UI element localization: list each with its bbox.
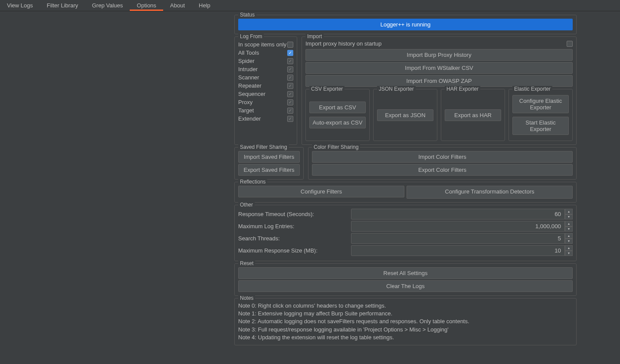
import-from-owasp-zap-button[interactable]: Import From OWASP ZAP [305,75,573,87]
configure-filters-button[interactable]: Configure Filters [238,186,404,197]
reflections-panel: Reflections Configure Filters Configure … [234,182,577,203]
notes-title: Notes [238,295,255,301]
spinner-up-icon[interactable]: ▲ [565,221,573,226]
color-filter-title: Color Filter Sharing [312,144,360,150]
other-input[interactable] [351,233,565,244]
auto-export-csv-button[interactable]: Auto-export as CSV [309,117,366,128]
spinner-down-icon[interactable]: ▼ [565,251,573,256]
spinner-up-icon[interactable]: ▲ [565,245,573,251]
status-text: Logger++ is running [238,19,573,30]
other-input[interactable] [351,221,565,232]
status-title: Status [238,12,256,18]
json-exporter-title: JSON Exporter [377,86,416,92]
saved-filter-title: Saved Filter Sharing [238,144,289,150]
tab-view-logs[interactable]: View Logs [0,0,40,11]
log-from-title: Log From [238,33,264,39]
export-as-har-button[interactable]: Export as HAR [445,109,501,121]
tool-checkbox-proxy[interactable] [287,99,293,105]
other-input[interactable] [351,245,565,256]
in-scope-checkbox[interactable] [287,42,293,48]
tool-checkbox-all-tools[interactable] [287,50,293,56]
configure-elastic-button[interactable]: Configure Elastic Exporter [512,95,569,113]
tab-filter-library[interactable]: Filter Library [40,0,85,11]
spinner-down-icon[interactable]: ▼ [565,214,573,220]
log-from-panel: Log From In scope items only All ToolsSp… [234,36,297,145]
tab-help[interactable]: Help [192,0,217,11]
tool-label-repeater: Repeater [238,82,261,89]
reflections-title: Reflections [238,179,267,185]
export-as-csv-button[interactable]: Export as CSV [309,102,366,113]
export-as-json-button[interactable]: Export as JSON [377,109,433,121]
spinner-down-icon[interactable]: ▼ [565,239,573,244]
tool-checkbox-intruder[interactable] [287,66,293,72]
csv-exporter-panel: CSV Exporter Export as CSV Auto-export a… [305,89,370,141]
json-exporter-panel: JSON Exporter Export as JSON [373,89,437,141]
note-line: Note 1: Extensive logging may affect Bur… [238,310,573,318]
tab-bar: View LogsFilter LibraryGrep ValuesOption… [0,0,620,11]
tool-checkbox-scanner[interactable] [287,75,293,81]
other-label: Maximum Log Entries: [238,223,351,230]
import-saved-filters-button[interactable]: Import Saved Filters [238,151,300,163]
note-line: Note 2: Automatic logging does not saveF… [238,318,573,325]
reset-title: Reset [238,260,255,266]
elastic-exporter-title: Elastic Exporter [512,86,552,92]
tab-about[interactable]: About [163,0,192,11]
spinner-up-icon[interactable]: ▲ [565,233,573,239]
tool-checkbox-extender[interactable] [287,116,293,122]
other-label: Maximum Response Size (MB): [238,247,351,254]
import-color-filters-button[interactable]: Import Color Filters [312,151,573,163]
har-exporter-panel: HAR Exporter Export as HAR [441,89,505,141]
note-line: Note 0: Right click on columns' headers … [238,302,573,310]
tab-options[interactable]: Options [130,0,163,11]
tool-label-proxy: Proxy [238,99,253,105]
tool-label-target: Target [238,107,254,114]
csv-exporter-title: CSV Exporter [309,86,344,92]
tool-label-intruder: Intruder [238,66,258,72]
import-panel: Import Import proxy history on startup I… [302,36,577,145]
tool-checkbox-sequencer[interactable] [287,91,293,97]
clear-logs-button[interactable]: Clear The Logs [238,280,573,292]
other-panel: Other Response Timeout (Seconds):▲▼Maxim… [234,205,577,261]
other-input[interactable] [351,209,565,220]
note-line: Note 4: Updating the extension will rese… [238,334,573,341]
color-filter-panel: Color Filter Sharing Import Color Filter… [308,147,577,180]
import-burp-proxy-history-button[interactable]: Import Burp Proxy History [305,49,573,61]
export-color-filters-button[interactable]: Export Color Filters [312,164,573,176]
in-scope-label: In scope items only [238,41,286,48]
spinner-up-icon[interactable]: ▲ [565,209,573,214]
import-from-wstalker-csv-button[interactable]: Import From WStalker CSV [305,62,573,74]
reset-panel: Reset Reset All Settings Clear The Logs [234,263,577,296]
tool-label-all-tools: All Tools [238,49,259,56]
configure-transformation-button[interactable]: Configure Transformation Detectors [407,186,573,199]
status-panel: Status Logger++ is running [234,15,577,34]
tab-grep-values[interactable]: Grep Values [85,0,130,11]
note-line: Note 3: Full request/response logging av… [238,326,573,334]
tool-label-spider: Spider [238,58,255,64]
other-title: Other [238,202,255,208]
start-elastic-button[interactable]: Start Elastic Exporter [512,117,569,135]
other-label: Search Threads: [238,235,351,242]
reset-all-button[interactable]: Reset All Settings [238,267,573,279]
tool-label-scanner: Scanner [238,74,259,81]
saved-filter-panel: Saved Filter Sharing Import Saved Filter… [234,147,304,180]
notes-panel: Notes Note 0: Right click on columns' he… [234,298,577,345]
tool-checkbox-spider[interactable] [287,58,293,64]
har-exporter-title: HAR Exporter [445,86,480,92]
spinner-down-icon[interactable]: ▼ [565,226,573,232]
tool-checkbox-repeater[interactable] [287,83,293,89]
export-saved-filters-button[interactable]: Export Saved Filters [238,164,300,176]
tool-label-extender: Extender [238,115,261,122]
tool-checkbox-target[interactable] [287,108,293,114]
import-startup-checkbox[interactable] [567,41,573,47]
tool-label-sequencer: Sequencer [238,91,266,97]
import-startup-label: Import proxy history on startup [305,40,382,47]
import-title: Import [305,33,324,39]
elastic-exporter-panel: Elastic Exporter Configure Elastic Expor… [508,89,573,141]
other-label: Response Timeout (Seconds): [238,211,351,217]
